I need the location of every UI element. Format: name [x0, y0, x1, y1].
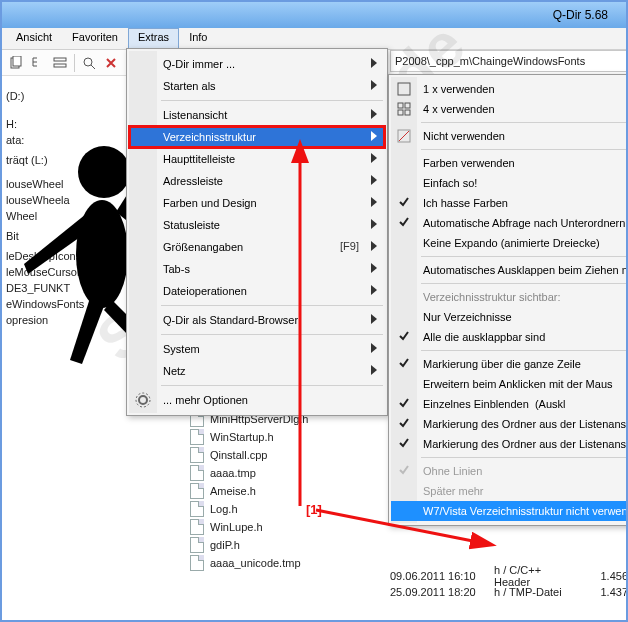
submenu-item-label: Farben verwenden	[423, 157, 515, 169]
menu-item[interactable]: Q-Dir als Standard-Browser	[129, 309, 385, 331]
submenu-item-label: Markierung des Ordner aus der Listenansi…	[423, 438, 628, 450]
submenu-item[interactable]: Automatische Abfrage nach Unterordnern	[391, 213, 628, 233]
menu-info[interactable]: Info	[179, 28, 217, 49]
menu-item[interactable]: Statusleiste	[129, 214, 385, 236]
menu-item[interactable]: System	[129, 338, 385, 360]
menu-item-label: Dateioperationen	[163, 285, 247, 297]
menu-item[interactable]: Listenansicht	[129, 104, 385, 126]
menu-item[interactable]: ... mehr Optionen	[129, 389, 385, 411]
submenu-item[interactable]: 1 x verwenden	[391, 79, 628, 99]
menu-separator	[421, 283, 628, 284]
submenu-item-label: 1 x verwenden	[423, 83, 495, 95]
menu-item-label: Verzeichnisstruktur	[163, 131, 256, 143]
submenu-item[interactable]: Markierung des Ordner aus der Listenansi…	[391, 434, 628, 454]
submenu-item[interactable]: Einfach so!	[391, 173, 628, 193]
submenu-arrow-icon	[371, 241, 379, 253]
menu-separator	[421, 149, 628, 150]
submenu-item[interactable]: Automatisches Ausklappen beim Ziehen nac…	[391, 260, 628, 280]
submenu-item[interactable]: Einzelnes Einblenden (Auskl	[391, 394, 628, 414]
submenu-item[interactable]: Keine Expando (animierte Dreiecke)	[391, 233, 628, 253]
submenu-arrow-icon	[371, 131, 379, 143]
menu-item-label: Farben und Design	[163, 197, 257, 209]
tool-tree-icon[interactable]	[28, 53, 48, 73]
cell-type: h / TMP-Datei	[494, 586, 580, 598]
submenu-arrow-icon	[371, 153, 379, 165]
file-row[interactable]: WinStartup.h	[162, 428, 392, 446]
menu-extras[interactable]: Extras	[128, 28, 179, 49]
menu-ansicht[interactable]: Ansicht	[6, 28, 62, 49]
submenu-item-label: Markierung des Ordner aus der Listenansi…	[423, 418, 628, 430]
file-row[interactable]: aaaa_unicode.tmp	[162, 554, 392, 572]
file-row[interactable]: aaaa.tmp	[162, 464, 392, 482]
submenu-item[interactable]: Ich hasse Farben	[391, 193, 628, 213]
menu-item-label: ... mehr Optionen	[163, 394, 248, 406]
menu-item[interactable]: Starten als	[129, 75, 385, 97]
svg-rect-15	[398, 110, 403, 115]
file-row[interactable]: WinLupe.h	[162, 518, 392, 536]
table-row[interactable]: 25.09.2011 18:20h / TMP-Datei1.437	[390, 584, 628, 600]
tool-search-icon[interactable]	[79, 53, 99, 73]
menu-separator	[421, 122, 628, 123]
gear-icon	[135, 392, 151, 410]
svg-rect-2	[54, 58, 66, 61]
submenu-item[interactable]: Nicht verwenden	[391, 126, 628, 146]
submenu-item-label: 4 x verwenden	[423, 103, 495, 115]
submenu-item[interactable]: Alle die ausklappbar sind	[391, 327, 628, 347]
submenu-item[interactable]: 4 x verwenden	[391, 99, 628, 119]
file-row[interactable]: Log.h	[162, 500, 392, 518]
submenu-item-label: Erweitern beim Anklicken mit der Maus	[423, 378, 613, 390]
file-icon	[190, 519, 204, 535]
menu-item[interactable]: Adressleiste	[129, 170, 385, 192]
submenu-item-label: Verzeichnisstruktur sichtbar:	[423, 291, 561, 303]
svg-rect-3	[54, 64, 66, 67]
submenu-item-label: Ich hasse Farben	[423, 197, 508, 209]
menu-item[interactable]: Farben und Design	[129, 192, 385, 214]
menu-item[interactable]: Tab-s	[129, 258, 385, 280]
submenu-item: Später mehr	[391, 481, 628, 501]
menu-item[interactable]: Dateioperationen	[129, 280, 385, 302]
submenu-item-label: Markierung über die ganze Zeile	[423, 358, 581, 370]
submenu-item-label: Keine Expando (animierte Dreiecke)	[423, 237, 600, 249]
menu-item[interactable]: Verzeichnisstruktur	[129, 126, 385, 148]
svg-point-4	[84, 58, 92, 66]
cell-type: h / C/C++ Header	[494, 564, 580, 588]
address-bar[interactable]: P2008\_cpp_m\ChaingeWindowsFonts	[390, 50, 628, 72]
submenu-item-label: Automatisches Ausklappen beim Ziehen nac…	[423, 264, 628, 276]
file-row[interactable]: Qinstall.cpp	[162, 446, 392, 464]
menu-item-label: Q-Dir immer ...	[163, 58, 235, 70]
submenu-item[interactable]: Nur Verzeichnisse	[391, 307, 628, 327]
submenu-item: Verzeichnisstruktur sichtbar:	[391, 287, 628, 307]
file-row[interactable]: gdiP.h	[162, 536, 392, 554]
address-path: P2008\_cpp_m\ChaingeWindowsFonts	[395, 55, 585, 67]
submenu-item[interactable]: Erweitern beim Anklicken mit der Maus	[391, 374, 628, 394]
tool-close-icon[interactable]	[101, 53, 121, 73]
submenu-arrow-icon	[371, 365, 379, 377]
file-row[interactable]: Ameise.h	[162, 482, 392, 500]
menu-item-label: System	[163, 343, 200, 355]
tool-view-icon[interactable]	[50, 53, 70, 73]
cell-size: 1.437	[580, 586, 628, 598]
submenu-item[interactable]: Markierung des Ordner aus der Listenansi…	[391, 414, 628, 434]
tool-copy-icon[interactable]	[6, 53, 26, 73]
menu-item[interactable]: Haupttitelleiste	[129, 148, 385, 170]
submenu-item-label: Alle die ausklappbar sind	[423, 331, 545, 343]
annotation-one: [1]	[306, 502, 322, 517]
submenu-item[interactable]: W7/Vista Verzeichnisstruktur nicht verwe…	[391, 501, 628, 521]
check-icon	[399, 331, 409, 341]
menu-favoriten[interactable]: Favoriten	[62, 28, 128, 49]
menu-item-label: Tab-s	[163, 263, 190, 275]
menu-item-label: Adressleiste	[163, 175, 223, 187]
menu-item[interactable]: Größenangaben[F9]	[129, 236, 385, 258]
file-name: Log.h	[210, 503, 238, 515]
table-row[interactable]: 09.06.2011 16:10h / C/C++ Header1.456	[390, 568, 628, 584]
submenu-arrow-icon	[371, 263, 379, 275]
menu-item[interactable]: Q-Dir immer ...	[129, 53, 385, 75]
svg-rect-13	[398, 103, 403, 108]
none-icon	[397, 129, 411, 143]
details-table: 09.06.2011 16:10h / C/C++ Header1.45625.…	[390, 568, 628, 600]
menu-item[interactable]: Netz	[129, 360, 385, 382]
submenu-item-label: Später mehr	[423, 485, 484, 497]
submenu-item[interactable]: Markierung über die ganze Zeile	[391, 354, 628, 374]
menu-separator	[161, 100, 383, 101]
submenu-item[interactable]: Farben verwenden	[391, 153, 628, 173]
